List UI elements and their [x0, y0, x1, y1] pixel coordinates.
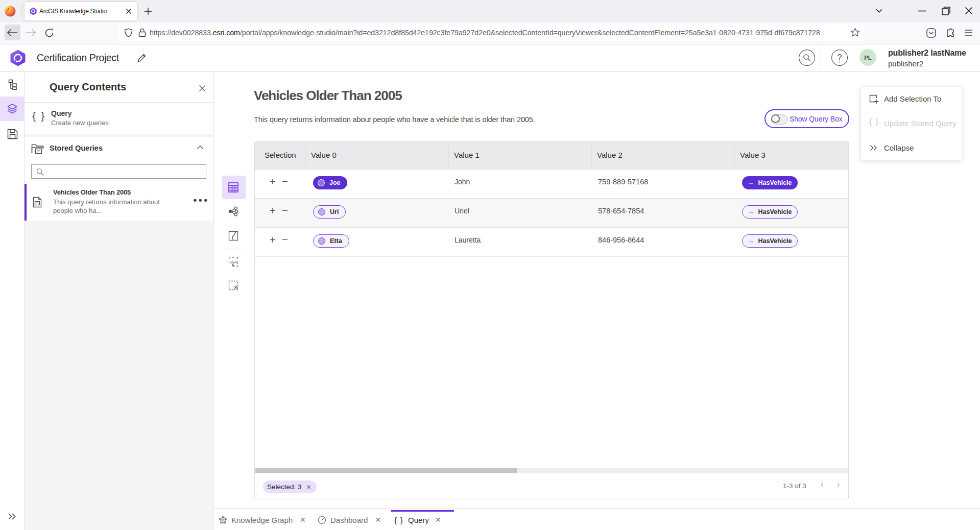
svg-text:?: ? [838, 53, 842, 62]
